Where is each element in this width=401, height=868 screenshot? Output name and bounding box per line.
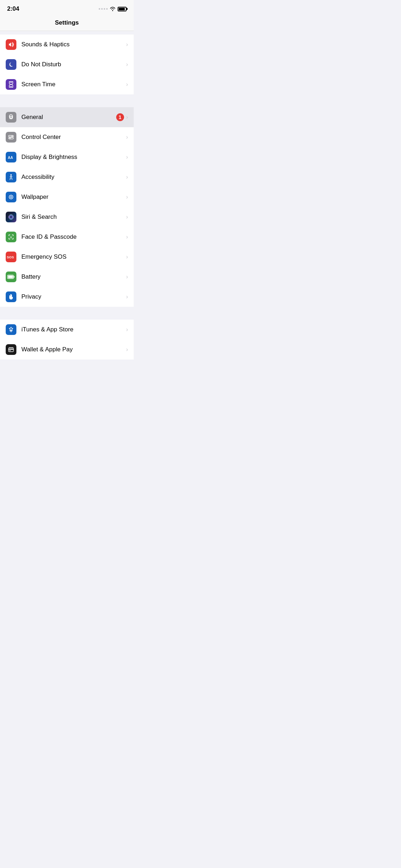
svg-point-11 [9, 195, 11, 197]
siri-right: › [126, 214, 128, 220]
settings-row-face-id[interactable]: Face ID & Passcode › [0, 227, 134, 247]
wifi-icon [110, 7, 115, 11]
wallet-card-icon [8, 346, 14, 353]
toggle-icon [8, 134, 14, 140]
settings-row-dnd[interactable]: Do Not Disturb › [0, 55, 134, 74]
control-center-chevron: › [126, 134, 128, 140]
settings-row-display[interactable]: AA Display & Brightness › [0, 147, 134, 167]
battery-right: › [126, 274, 128, 280]
itunes-right: › [126, 326, 128, 333]
settings-row-wallet[interactable]: Wallet & Apple Pay › [0, 340, 134, 360]
sounds-icon [6, 39, 16, 50]
sounds-right: › [126, 41, 128, 48]
svg-point-8 [10, 198, 12, 200]
siri-orb-icon [8, 214, 14, 220]
sounds-label: Sounds & Haptics [21, 41, 126, 48]
settings-row-accessibility[interactable]: Accessibility › [0, 167, 134, 187]
svg-rect-1 [9, 138, 14, 139]
dnd-label: Do Not Disturb [21, 61, 126, 68]
svg-point-3 [10, 138, 11, 139]
display-icon: AA [6, 152, 16, 162]
settings-row-itunes[interactable]: iTunes & App Store › [0, 320, 134, 340]
settings-list-1: Sounds & Haptics › Do Not Disturb › [0, 35, 134, 94]
emergency-sos-right: › [126, 254, 128, 260]
privacy-chevron: › [126, 294, 128, 300]
settings-row-wallpaper[interactable]: Wallpaper › [0, 187, 134, 207]
wallpaper-label: Wallpaper [21, 193, 126, 201]
svg-text:AA: AA [8, 156, 13, 160]
wallpaper-icon [6, 192, 16, 202]
aa-icon: AA [7, 154, 15, 160]
general-right: 1 › [116, 113, 128, 121]
settings-group-1: Sounds & Haptics › Do Not Disturb › [0, 31, 134, 94]
control-center-label: Control Center [21, 134, 126, 141]
display-chevron: › [126, 154, 128, 160]
svg-point-2 [12, 136, 13, 137]
settings-row-siri[interactable]: Siri & Search › [0, 207, 134, 227]
moon-icon [8, 61, 14, 68]
svg-text:SOS: SOS [7, 255, 14, 259]
siri-chevron: › [126, 214, 128, 220]
general-badge: 1 [116, 113, 124, 121]
general-chevron: › [126, 114, 128, 120]
screen-time-chevron: › [126, 81, 128, 88]
siri-label: Siri & Search [21, 213, 126, 221]
wallet-right: › [126, 346, 128, 353]
itunes-label: iTunes & App Store [21, 326, 126, 333]
accessibility-label: Accessibility [21, 174, 126, 181]
control-center-right: › [126, 134, 128, 140]
nav-bar: Settings [0, 16, 134, 31]
battery-row-icon [7, 275, 15, 279]
svg-rect-26 [9, 350, 11, 351]
screen-time-label: Screen Time [21, 81, 126, 88]
gear-icon [8, 114, 14, 120]
settings-row-privacy[interactable]: Privacy › [0, 287, 134, 307]
screen-time-icon [6, 79, 16, 90]
settings-row-emergency-sos[interactable]: SOS Emergency SOS › [0, 247, 134, 267]
sounds-chevron: › [126, 41, 128, 48]
svg-rect-25 [9, 349, 14, 350]
svg-point-6 [10, 196, 12, 198]
wallpaper-right: › [126, 194, 128, 200]
control-center-icon [6, 132, 16, 143]
emergency-sos-label: Emergency SOS [21, 253, 126, 260]
svg-point-9 [9, 196, 10, 198]
siri-icon [6, 212, 16, 222]
svg-point-18 [10, 236, 11, 237]
app-store-icon [6, 324, 16, 335]
accessibility-right: › [126, 174, 128, 180]
accessibility-person-icon [8, 174, 14, 180]
svg-point-12 [12, 195, 13, 197]
screen-time-right: › [126, 81, 128, 88]
settings-row-general[interactable]: General 1 › [0, 107, 134, 127]
settings-row-screen-time[interactable]: Screen Time › [0, 74, 134, 94]
status-time: 2:04 [7, 5, 19, 12]
accessibility-chevron: › [126, 174, 128, 180]
wallpaper-chevron: › [126, 194, 128, 200]
section-divider-2 [0, 307, 134, 320]
display-right: › [126, 154, 128, 160]
general-icon [6, 112, 16, 123]
privacy-icon [6, 291, 16, 302]
svg-point-15 [9, 215, 14, 219]
svg-rect-0 [9, 135, 14, 137]
dnd-right: › [126, 61, 128, 68]
privacy-right: › [126, 294, 128, 300]
svg-point-16 [10, 215, 12, 219]
face-id-label: Face ID & Passcode [21, 233, 126, 241]
svg-rect-22 [14, 276, 15, 278]
sos-text-icon: SOS [6, 254, 16, 259]
emergency-sos-chevron: › [126, 254, 128, 260]
itunes-chevron: › [126, 326, 128, 333]
settings-row-control-center[interactable]: Control Center › [0, 127, 134, 147]
wallpaper-flower-icon [8, 194, 14, 200]
svg-rect-23 [8, 276, 13, 278]
display-label: Display & Brightness [21, 154, 126, 161]
speaker-icon [8, 41, 14, 48]
svg-point-7 [10, 195, 12, 196]
dnd-chevron: › [126, 61, 128, 68]
svg-point-5 [10, 174, 12, 176]
settings-row-sounds[interactable]: Sounds & Haptics › [0, 35, 134, 55]
svg-point-19 [11, 236, 12, 237]
settings-row-battery[interactable]: Battery › [0, 267, 134, 287]
